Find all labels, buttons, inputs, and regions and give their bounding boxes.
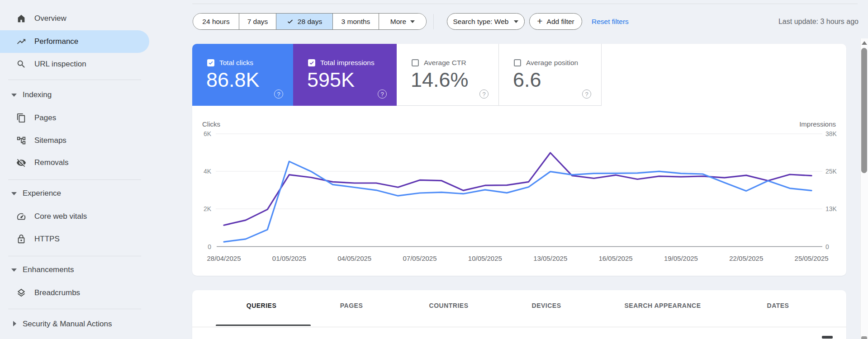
header-divider	[192, 4, 858, 4]
sidebar-item-pages[interactable]: Pages	[0, 107, 149, 129]
sidebar-section-enhancements[interactable]: Enhancements	[0, 259, 149, 281]
scrollbar-down-arrow[interactable]	[861, 336, 867, 339]
sidebar-section-experience[interactable]: Experience	[0, 182, 149, 205]
metric-label: Average CTR	[424, 59, 466, 67]
tab-pages[interactable]: PAGES	[340, 302, 363, 309]
metric-label: Average position	[526, 59, 578, 67]
tab-search-appearance[interactable]: SEARCH APPEARANCE	[624, 302, 701, 309]
svg-text:25/05/2025: 25/05/2025	[795, 254, 829, 262]
eye-off-icon	[16, 158, 26, 168]
tab-queries[interactable]: QUERIES	[247, 302, 277, 309]
help-icon[interactable]: ?	[582, 89, 591, 99]
chevron-down-icon	[11, 94, 17, 97]
tab-countries[interactable]: COUNTRIES	[429, 302, 469, 309]
checkbox-unchecked-icon[interactable]	[514, 59, 521, 66]
tabs-divider	[192, 327, 846, 327]
sidebar-section-label: Indexing	[23, 84, 52, 106]
scrollbar-up-arrow-icon[interactable]	[862, 41, 867, 45]
search-type-dropdown[interactable]: Search type: Web	[447, 13, 525, 30]
metric-value: 595K	[307, 68, 355, 92]
range-7-days[interactable]: 7 days	[239, 14, 276, 29]
range-more-dropdown[interactable]: More	[379, 14, 426, 29]
range-28-days[interactable]: 28 days	[276, 14, 333, 29]
range-label: 3 months	[342, 18, 370, 26]
plus-icon: +	[537, 16, 542, 27]
checkbox-checked-icon[interactable]	[207, 59, 214, 66]
svg-text:2K: 2K	[204, 205, 212, 212]
svg-text:13/05/2025: 13/05/2025	[533, 254, 567, 262]
sidebar-item-label: Breadcrumbs	[34, 282, 80, 304]
filter-bar-divider	[433, 14, 434, 29]
help-icon[interactable]: ?	[378, 89, 387, 99]
left-axis-title: Clicks	[202, 120, 220, 128]
svg-text:01/05/2025: 01/05/2025	[272, 254, 306, 262]
help-icon[interactable]: ?	[479, 89, 489, 99]
dimensions-table-panel: QUERIES PAGES COUNTRIES DEVICES SEARCH A…	[192, 290, 846, 339]
search-icon	[16, 59, 26, 69]
sidebar-item-removals[interactable]: Removals	[0, 151, 149, 174]
sidebar-item-label: HTTPS	[34, 228, 60, 250]
tab-devices[interactable]: DEVICES	[532, 302, 561, 309]
pages-icon	[16, 113, 26, 123]
sidebar-divider	[8, 80, 141, 80]
date-range-selector: 24 hours 7 days 28 days 3 months More	[193, 13, 427, 30]
sidebar-item-performance[interactable]: Performance	[0, 30, 149, 53]
checkbox-checked-icon[interactable]	[308, 59, 315, 66]
range-label: More	[390, 18, 406, 26]
sidebar-section-label: Experience	[23, 182, 61, 205]
help-icon[interactable]: ?	[274, 89, 283, 99]
sidebar-item-label: Overview	[34, 7, 66, 30]
range-24-hours[interactable]: 24 hours	[193, 14, 239, 29]
sidebar-item-url-inspection[interactable]: URL inspection	[0, 53, 149, 75]
average-ctr-card[interactable]: Average CTR 14.6% ?	[397, 44, 499, 106]
sidebar-item-https[interactable]: HTTPS	[0, 228, 149, 250]
sidebar-item-sitemaps[interactable]: Sitemaps	[0, 129, 149, 152]
lock-icon	[16, 234, 26, 244]
range-label: 28 days	[298, 18, 322, 26]
sidebar-item-label: Removals	[34, 151, 69, 174]
svg-text:0: 0	[825, 243, 829, 250]
right-axis-title: Impressions	[799, 120, 836, 128]
sidebar-divider	[8, 309, 141, 309]
sidebar: Overview Performance URL inspection Inde…	[0, 0, 149, 339]
sidebar-item-breadcrumbs[interactable]: Breadcrumbs	[0, 282, 149, 304]
checkbox-unchecked-icon[interactable]	[412, 59, 419, 66]
sidebar-item-label: Performance	[34, 30, 78, 53]
sidebar-divider	[8, 179, 141, 180]
range-3-months[interactable]: 3 months	[333, 14, 379, 29]
svg-text:25K: 25K	[825, 168, 837, 175]
svg-text:16/05/2025: 16/05/2025	[599, 254, 633, 262]
layers-icon	[16, 288, 26, 298]
vertical-scrollbar-thumb[interactable]	[861, 48, 867, 173]
svg-text:04/05/2025: 04/05/2025	[337, 254, 371, 262]
total-clicks-card[interactable]: Total clicks 86.8K ?	[192, 44, 293, 106]
svg-text:6K: 6K	[204, 130, 212, 137]
last-update-text: Last update: 3 hours ago	[778, 13, 859, 30]
sidebar-section-security[interactable]: Security & Manual Actions	[0, 313, 149, 335]
sidebar-item-overview[interactable]: Overview	[0, 7, 149, 30]
svg-text:28/04/2025: 28/04/2025	[207, 254, 241, 262]
average-position-card[interactable]: Average position 6.6 ?	[499, 44, 602, 106]
metric-value: 6.6	[513, 68, 541, 92]
range-label: 24 hours	[202, 18, 229, 26]
speedometer-icon	[16, 212, 26, 221]
metric-label: Total clicks	[219, 59, 253, 67]
sidebar-section-label: Enhancements	[23, 259, 74, 281]
svg-text:19/05/2025: 19/05/2025	[664, 254, 698, 262]
add-filter-button[interactable]: + Add filter	[529, 13, 582, 30]
total-impressions-card[interactable]: Total impressions 595K ?	[293, 44, 397, 106]
sidebar-item-core-web-vitals[interactable]: Core web vitals	[0, 205, 149, 228]
sidebar-item-label: Pages	[34, 107, 56, 129]
svg-text:10/05/2025: 10/05/2025	[468, 254, 502, 262]
chevron-down-icon	[11, 268, 17, 272]
tab-dates[interactable]: DATES	[767, 302, 789, 309]
sidebar-item-label: URL inspection	[34, 53, 86, 75]
sidebar-item-label: Core web vitals	[34, 205, 87, 228]
home-icon	[16, 14, 26, 24]
sidebar-item-label: Sitemaps	[34, 129, 66, 152]
reset-filters-link[interactable]: Reset filters	[592, 13, 629, 30]
sidebar-section-label: Security & Manual Actions	[23, 313, 112, 335]
sitemaps-icon	[16, 136, 26, 146]
svg-text:38K: 38K	[825, 130, 837, 137]
sidebar-section-indexing[interactable]: Indexing	[0, 84, 149, 106]
